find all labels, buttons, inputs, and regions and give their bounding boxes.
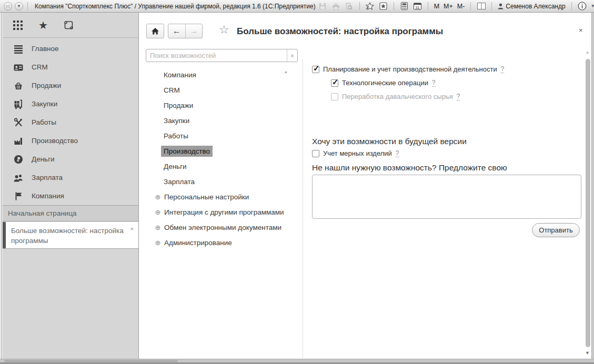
split-window-icon[interactable] xyxy=(477,2,486,11)
checkbox-row: Учет мерных изделий ? xyxy=(312,149,399,157)
tolling-raw-checkbox xyxy=(331,93,338,100)
tools-icon xyxy=(13,117,24,128)
home-icon xyxy=(150,27,160,35)
tech-operations-checkbox[interactable] xyxy=(331,79,338,87)
sidebar-item-zarplata[interactable]: Зарплата xyxy=(3,168,138,187)
window-frame-left xyxy=(0,13,2,359)
help-link[interactable]: ? xyxy=(501,66,505,73)
category-item[interactable]: Работы xyxy=(139,128,300,144)
vertical-scrollbar-thumb[interactable] xyxy=(586,59,590,347)
category-item[interactable]: Продажи xyxy=(139,98,300,113)
suggest-header: Не нашли нужную возможность? Предложите … xyxy=(312,163,507,173)
category-item[interactable]: Закупки xyxy=(139,113,300,128)
planning-checkbox[interactable] xyxy=(312,66,319,73)
sidebar-item-zakupki[interactable]: Закупки xyxy=(3,95,138,113)
divider xyxy=(359,2,360,10)
measured-goods-checkbox[interactable] xyxy=(312,150,319,157)
category-item-selected[interactable]: Производство xyxy=(139,144,300,159)
factory-icon xyxy=(13,136,24,146)
memory-m-plus-button[interactable]: M+ xyxy=(444,3,453,10)
checkbox-row: Переработка давальческого сырья ? xyxy=(331,93,460,100)
settings-panel: Планирование и учет производственной дея… xyxy=(312,65,582,244)
ruble-coin-icon xyxy=(13,154,24,165)
expand-plus-icon[interactable]: ⊕ xyxy=(154,224,162,231)
add-favorite-icon[interactable] xyxy=(366,2,375,11)
sidebar: ★ Главное CRM Продаж xyxy=(3,13,139,359)
category-list: Компания CRM Продажи Закупки Работы Прои… xyxy=(139,67,300,250)
app-window: 1С ▼ Компания "Спорткомплекс Плюс" / Упр… xyxy=(0,0,594,364)
expand-plus-icon[interactable]: ⊕ xyxy=(154,239,162,247)
svg-text:31: 31 xyxy=(415,5,419,10)
scroll-up-icon[interactable]: ▲ xyxy=(585,49,590,55)
help-link[interactable]: ? xyxy=(432,79,436,87)
home-button[interactable] xyxy=(146,24,164,38)
favorite-toggle-star-icon[interactable]: ☆ xyxy=(219,24,229,36)
cart-icon xyxy=(13,99,24,109)
sidebar-item-prodazhi[interactable]: Продажи xyxy=(3,76,138,95)
window-frame-right xyxy=(591,13,594,359)
calculator-icon[interactable] xyxy=(400,2,409,11)
category-item[interactable]: Зарплата xyxy=(139,174,300,189)
category-item[interactable]: Деньги xyxy=(139,159,300,174)
scroll-down-icon[interactable]: ▼ xyxy=(585,350,590,356)
sidebar-item-kompaniya[interactable]: Компания xyxy=(3,187,138,205)
sidebar-item-glavnoe[interactable]: Главное xyxy=(3,39,138,58)
sections-grid-icon[interactable] xyxy=(12,19,24,31)
divider xyxy=(470,2,471,10)
category-group[interactable]: ⊕Администрирование xyxy=(139,235,300,250)
category-group[interactable]: ⊕Обмен электронными документами xyxy=(139,220,300,235)
help-link[interactable]: ? xyxy=(396,150,399,157)
forward-button[interactable]: → xyxy=(186,24,203,38)
people-icon xyxy=(13,173,24,183)
divider xyxy=(394,2,394,10)
tab-more-features[interactable]: Больше возможностей: настройка программы… xyxy=(3,222,138,249)
main-menu-button[interactable]: ▼ xyxy=(15,2,23,11)
tab-close-icon[interactable]: × xyxy=(130,224,134,234)
sidebar-toolbar: ★ xyxy=(3,13,138,38)
titlebar: 1С ▼ Компания "Спорткомплекс Плюс" / Упр… xyxy=(0,0,594,13)
category-item[interactable]: CRM xyxy=(139,83,300,98)
save-icon[interactable] xyxy=(318,2,327,11)
memory-m-minus-button[interactable]: M- xyxy=(457,3,465,10)
current-user[interactable]: Семенов Александр xyxy=(498,3,565,10)
flag-icon xyxy=(13,191,24,201)
category-item[interactable]: Компания xyxy=(139,67,300,83)
main-content: ← → ☆ Больше возможностей: настройка про… xyxy=(139,13,591,359)
sidebar-item-dengi[interactable]: Деньги xyxy=(3,150,138,168)
calendar-icon[interactable]: 31 xyxy=(413,2,422,11)
sidebar-item-proizvodstvo[interactable]: Производство xyxy=(3,132,138,150)
expand-plus-icon[interactable]: ⊕ xyxy=(154,208,162,216)
send-button[interactable]: Отправить xyxy=(532,223,580,237)
panel-separator xyxy=(303,59,303,358)
info-icon[interactable] xyxy=(578,2,587,11)
help-link[interactable]: ? xyxy=(457,93,460,100)
tab-home-page[interactable]: Начальная страница xyxy=(3,205,138,221)
expand-plus-icon[interactable]: ⊕ xyxy=(154,193,162,201)
search-input[interactable] xyxy=(146,49,287,62)
page-title: Больше возможностей: настройка программы xyxy=(237,26,443,37)
suggestion-textarea[interactable] xyxy=(312,175,581,219)
sidebar-menu: Главное CRM Продажи Закупки xyxy=(3,38,138,205)
chevron-down-icon[interactable]: ▼ xyxy=(591,4,594,8)
main-lines-icon xyxy=(13,44,24,54)
history-nav: ← → xyxy=(168,24,203,38)
favorites-star-icon[interactable]: ★ xyxy=(37,19,49,31)
print-preview-icon[interactable] xyxy=(345,2,354,11)
divider xyxy=(491,2,492,10)
search-box: × xyxy=(146,49,298,62)
search-clear-icon[interactable]: × xyxy=(287,49,297,62)
memory-m-button[interactable]: M xyxy=(434,3,439,10)
favorites-icon[interactable] xyxy=(379,2,388,11)
1c-logo-icon: 1С xyxy=(4,2,12,11)
back-button[interactable]: ← xyxy=(168,24,186,38)
history-scroll-icon[interactable] xyxy=(63,19,74,31)
category-group[interactable]: ⊕Интеграция с другими программами xyxy=(139,205,300,220)
divider xyxy=(571,2,572,10)
form-close-icon[interactable]: × xyxy=(579,26,583,34)
print-icon[interactable] xyxy=(331,2,340,11)
category-group[interactable]: ⊕Персональные настройки xyxy=(139,189,300,205)
divider xyxy=(428,2,428,10)
future-features-header: Хочу эти возможности в будущей версии xyxy=(312,137,467,146)
sidebar-item-raboty[interactable]: Работы xyxy=(3,113,138,132)
sidebar-item-crm[interactable]: CRM xyxy=(3,58,138,76)
